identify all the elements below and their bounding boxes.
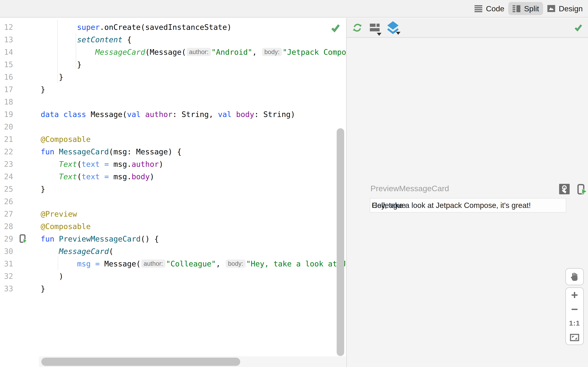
code-text: MessageCard( <box>41 245 113 258</box>
code-text: msg = Message(author:"Colleague", body:"… <box>41 258 346 270</box>
code-text: setContent { <box>41 33 132 46</box>
line-number[interactable]: 26 <box>0 195 13 208</box>
code-line[interactable]: 27@Preview <box>0 208 346 220</box>
layers-icon[interactable] <box>386 20 399 35</box>
code-line[interactable]: 30 MessageCard( <box>0 245 346 258</box>
line-number[interactable]: 20 <box>0 121 13 133</box>
preview-name-label[interactable]: PreviewMessageCard <box>371 184 449 193</box>
code-text: } <box>41 71 63 83</box>
code-editor[interactable]: 12 super.onCreate(savedInstanceState)13 … <box>0 18 346 367</box>
code-line[interactable]: 33} <box>0 283 346 295</box>
line-number[interactable]: 15 <box>0 58 13 71</box>
code-line[interactable]: 31 msg = Message(author:"Colleague", bod… <box>0 258 346 270</box>
line-number[interactable]: 14 <box>0 46 13 58</box>
code-line[interactable]: 16 } <box>0 71 346 83</box>
code-text: data class Message(val author: String, v… <box>41 108 295 121</box>
hand-icon <box>570 272 579 282</box>
line-number[interactable]: 25 <box>0 183 13 195</box>
code-line[interactable]: 21@Composable <box>0 133 346 145</box>
line-number[interactable]: 23 <box>0 158 13 170</box>
code-line[interactable]: 29 fun PreviewMessageCard() { <box>0 233 346 245</box>
code-text: MessageCard(Message(author:"Android", bo… <box>41 46 346 58</box>
code-line[interactable]: 24 Text(text = msg.body) <box>0 170 346 183</box>
tab-code-label: Code <box>486 4 504 13</box>
code-line[interactable]: 28@Composable <box>0 220 346 233</box>
design-mode-icon <box>547 5 555 12</box>
horizontal-scrollbar-track[interactable] <box>39 356 346 367</box>
line-number[interactable]: 16 <box>0 71 13 83</box>
line-number[interactable]: 12 <box>0 21 13 33</box>
code-line[interactable]: 22fun MessageCard(msg: Message) { <box>0 145 346 158</box>
line-number[interactable]: 17 <box>0 83 13 96</box>
line-number[interactable]: 29 <box>0 233 13 245</box>
tab-design-label: Design <box>559 4 583 13</box>
code-text: fun MessageCard(msg: Message) { <box>41 145 182 158</box>
code-line[interactable]: 15 } <box>0 58 346 71</box>
preview-toolbar <box>347 18 588 38</box>
code-text: super.onCreate(savedInstanceState) <box>41 21 232 33</box>
code-text: } <box>41 283 45 295</box>
code-text: @Composable <box>41 220 91 233</box>
code-line[interactable]: 12 super.onCreate(savedInstanceState) <box>0 21 346 33</box>
line-number[interactable]: 13 <box>0 33 13 46</box>
code-text: Text(text = msg.body) <box>41 170 154 183</box>
line-number[interactable]: 21 <box>0 133 13 145</box>
pan-tool-button[interactable] <box>565 268 584 285</box>
code-text: ) <box>41 270 63 283</box>
code-text: @Preview <box>41 208 77 220</box>
android-studio-split-editor: Code Split <box>0 0 588 367</box>
zoom-controls: + − 1:1 <box>565 287 584 345</box>
code-line[interactable]: 19data class Message(val author: String,… <box>0 108 346 121</box>
line-number[interactable]: 19 <box>0 108 13 121</box>
code-line[interactable]: 23 Text(text = msg.author) <box>0 158 346 170</box>
zoom-out-button[interactable]: − <box>566 302 583 316</box>
line-number[interactable]: 22 <box>0 145 13 158</box>
code-text: } <box>41 83 45 96</box>
zoom-to-fit-icon <box>570 334 579 342</box>
code-line[interactable]: 25} <box>0 183 346 195</box>
line-number[interactable]: 31 <box>0 258 13 270</box>
code-text: Text(text = msg.author) <box>41 158 164 170</box>
interactive-preview-button[interactable] <box>559 184 570 194</box>
code-text: } <box>41 58 82 71</box>
build-refresh-icon[interactable] <box>352 22 363 34</box>
code-line[interactable]: 13 setContent { <box>0 33 346 46</box>
code-line[interactable]: 17} <box>0 83 346 96</box>
zoom-100-button[interactable]: 1:1 <box>566 316 583 330</box>
tab-split[interactable]: Split <box>508 2 543 15</box>
zoom-in-button[interactable]: + <box>566 288 583 302</box>
line-number[interactable]: 27 <box>0 208 13 220</box>
line-number[interactable]: 30 <box>0 245 13 258</box>
tab-code[interactable]: Code <box>470 2 508 15</box>
code-text: @Composable <box>41 133 91 145</box>
run-preview-gutter-icon[interactable] <box>18 234 28 244</box>
line-number[interactable]: 28 <box>0 220 13 233</box>
message-body-text: Hey, take a look at Jetpack Compose, it'… <box>372 201 531 210</box>
line-number[interactable]: 33 <box>0 283 13 295</box>
run-preview-on-device-button[interactable] <box>576 184 588 195</box>
zoom-to-fit-button[interactable] <box>566 330 583 345</box>
code-lines: 12 super.onCreate(savedInstanceState)13 … <box>0 21 346 295</box>
tab-design[interactable]: Design <box>543 2 587 15</box>
code-line[interactable]: 20 <box>0 121 346 133</box>
preview-title-row: PreviewMessageCard <box>371 184 587 196</box>
preview-status-ok-icon[interactable] <box>574 23 583 33</box>
inspections-ok-icon[interactable] <box>330 22 341 33</box>
line-number[interactable]: 18 <box>0 96 13 108</box>
layout-variants-icon[interactable] <box>370 23 380 33</box>
vertical-scrollbar-thumb[interactable] <box>337 128 344 356</box>
split-mode-icon <box>512 5 521 12</box>
code-mode-icon <box>474 5 483 12</box>
line-number[interactable]: 32 <box>0 270 13 283</box>
view-mode-tabs: Code Split <box>470 0 587 17</box>
horizontal-scrollbar-thumb[interactable] <box>41 358 240 366</box>
line-number[interactable]: 24 <box>0 170 13 183</box>
code-line[interactable]: 18 <box>0 96 346 108</box>
code-text: } <box>41 183 45 195</box>
code-line[interactable]: 14 MessageCard(Message(author:"Android",… <box>0 46 346 58</box>
code-line[interactable]: 32 ) <box>0 270 346 283</box>
rendered-message-card[interactable]: Colleague Hey, take a look at Jetpack Co… <box>370 198 566 212</box>
dropdown-arrow <box>377 33 381 36</box>
tab-split-label: Split <box>524 4 539 13</box>
code-line[interactable]: 26 <box>0 195 346 208</box>
